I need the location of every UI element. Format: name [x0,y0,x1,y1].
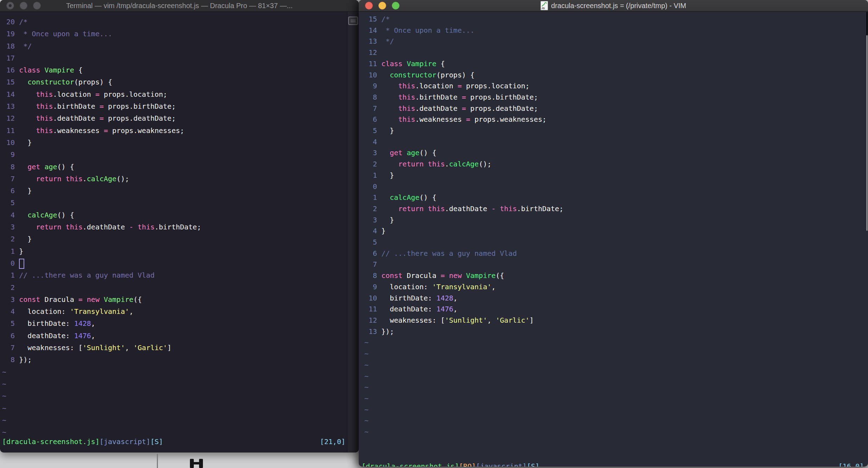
code-line: 8 this.birthDate = props.birthDate; [364,92,868,103]
code-segment: .deathDate [445,203,491,215]
code-segment [19,125,36,137]
minimize-button[interactable] [378,2,386,10]
code-segment [402,147,407,159]
code-segment: () { [57,209,74,221]
code-line: 6 deathDate: 1476, [2,330,350,342]
code-segment: * Once upon a time... [19,28,112,40]
code-segment: this [66,173,83,185]
code-segment: } [381,170,394,181]
code-segment: { [436,58,445,70]
code-segment [19,173,36,185]
code-segment: .birthDate [53,100,99,112]
tilde-line: ~ [364,393,868,404]
code-line: 4 location: 'Transylvania', [2,305,350,317]
code-segment [424,159,428,170]
code-segment: this [36,88,53,100]
code-segment: ] [530,315,534,326]
code-segment: props.deathDate; [104,112,176,124]
code-segment: new [449,270,462,282]
zoom-button[interactable] [392,2,400,10]
line-number: 7 [364,259,377,270]
line-number: 11 [364,304,377,315]
macvim-titlebar[interactable]: JS dracula-screenshot.js = (/private/tmp… [359,0,868,12]
code-segment [40,161,44,173]
zoom-button[interactable] [33,2,41,10]
tilde-line: ~ [364,404,868,416]
vim-buffer-left[interactable]: 20/*19 * Once upon a time...18 */1716cla… [0,12,350,453]
code-line: 7 [364,259,868,270]
close-button[interactable] [365,2,373,10]
code-segment [424,203,428,215]
line-number: 13 [364,326,377,337]
line-number: 18 [2,40,15,52]
terminal-titlebar[interactable]: Terminal — vim /tmp/dracula-screenshot.j… [0,0,359,12]
code-segment [445,270,449,282]
code-segment: this [398,92,415,103]
code-segment: 'Sunlight' [83,342,125,354]
code-segment: (props) { [74,76,112,88]
code-segment: calcAge [87,173,116,185]
code-segment [381,92,398,103]
code-segment [19,112,36,124]
code-segment: props.location; [462,81,530,92]
terminal-scrollbar-track[interactable] [347,12,359,453]
code-segment: this [398,103,415,114]
code-line: 4 [364,137,868,148]
code-line: 10 birthDate: 1428, [364,293,868,304]
code-line: 11class Vampire { [364,58,868,70]
line-number: 7 [2,342,15,354]
code-segment: } [19,185,32,197]
code-segment: = [100,100,104,112]
close-button[interactable] [6,2,14,10]
code-segment: return [36,221,61,233]
code-segment: .birthDate [415,92,461,103]
document-icon-label: JS [541,7,545,10]
code-line: 19 * Once upon a time... [2,28,350,40]
code-segment: = [100,112,104,124]
code-segment [133,221,138,233]
code-segment: .deathDate [53,112,99,124]
statusline-segment: [RO] [459,462,476,467]
code-segment: ({ [496,270,504,282]
code-segment: () { [57,161,74,173]
code-segment [19,209,27,221]
code-segment: calcAge [27,209,57,221]
line-number: 7 [364,103,377,114]
code-segment: props.birthDate; [466,92,538,103]
line-number: 20 [2,16,15,28]
line-number: 5 [364,237,377,248]
statusline-segment: [javascript] [476,462,527,467]
line-number: 16 [2,64,15,76]
line-number: 3 [2,293,15,305]
code-segment: age [44,161,57,173]
code-segment: age [407,147,419,159]
code-segment [402,58,407,70]
code-segment: .birthDate; [155,221,201,233]
scrollbar-thumb[interactable] [866,35,868,231]
code-line: 9 this.location = props.location; [364,81,868,92]
desktop-artifact [199,459,203,468]
split-pane-button[interactable] [348,17,358,25]
code-segment: () { [420,192,436,203]
code-segment [83,293,87,305]
code-segment: deathDate: [381,304,436,315]
code-line: 10 } [2,137,350,148]
code-line: 6// ...there was a guy named Vlad [364,248,868,259]
line-number: 10 [2,137,15,148]
code-line: 5 birthDate: 1428, [2,317,350,329]
code-segment: .deathDate [83,221,129,233]
vim-buffer-right[interactable]: 15/*14 * Once upon a time...13 */1211cla… [359,12,868,467]
code-segment: constructor [27,76,74,88]
code-segment: }); [19,354,32,366]
line-number: 0 [364,181,377,192]
code-segment: props.weaknesses; [108,125,184,137]
code-segment [462,270,466,282]
code-line: 3 } [364,215,868,226]
code-line: 14 this.location = props.location; [2,88,350,100]
cursor-position: [21,0] [320,437,345,446]
code-segment: props.deathDate; [466,103,538,114]
code-segment: props.weaknesses; [470,114,547,125]
tilde-line: ~ [364,382,868,393]
code-segment: calcAge [390,192,419,203]
minimize-button[interactable] [20,2,27,10]
